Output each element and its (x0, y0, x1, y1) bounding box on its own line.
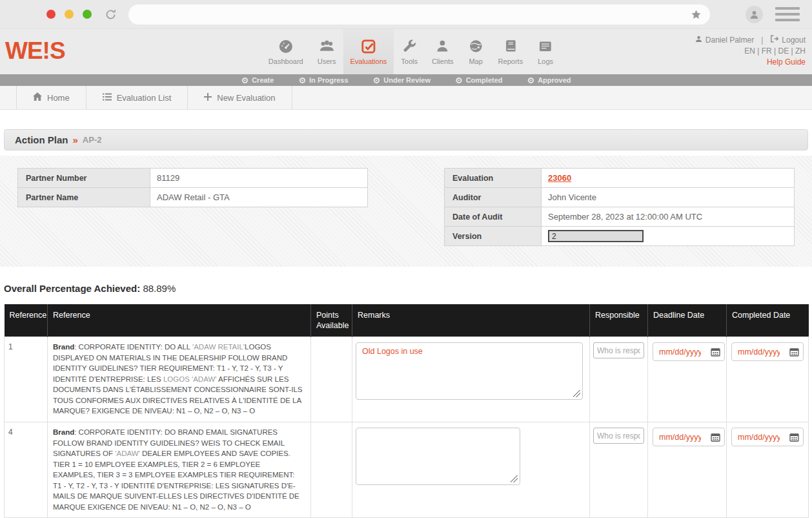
home-icon (33, 92, 42, 103)
gear-icon: ⚙ (373, 76, 381, 85)
tab-new-evaluation[interactable]: New Evaluation (188, 86, 292, 109)
completed-date-input[interactable] (731, 428, 804, 446)
col-header-responsible: Responsible (590, 304, 648, 337)
bookmark-star-icon[interactable] (691, 9, 702, 20)
tab-home[interactable]: Home (16, 86, 86, 109)
nav-item-map[interactable]: Map (461, 29, 491, 74)
user-name[interactable]: Daniel Palmer (705, 35, 754, 46)
calendar-icon[interactable] (711, 347, 720, 357)
evaluation-link[interactable]: 23060 (548, 173, 571, 183)
status-item-create[interactable]: ⚙Create (241, 76, 274, 85)
completed-date-input[interactable] (731, 342, 804, 361)
deadline-date-input[interactable] (653, 428, 725, 446)
version-input[interactable] (548, 230, 644, 242)
logout-link[interactable]: Logout (782, 35, 806, 46)
browser-menu-icon[interactable] (775, 7, 800, 21)
workflow-status-bar: ⚙Create ⚙In Progress ⚙Under Review ⚙Comp… (0, 74, 812, 86)
field-label: Partner Number (18, 169, 150, 188)
weis-logo[interactable]: WE!S (5, 37, 65, 65)
page-title: Action Plan (15, 134, 68, 145)
close-window-icon[interactable] (46, 10, 56, 19)
plus-icon (204, 93, 212, 103)
user-block: Daniel Palmer | Logout EN | FR | DE | ZH… (695, 35, 806, 68)
calendar-icon[interactable] (789, 347, 799, 357)
status-item-completed[interactable]: ⚙Completed (455, 76, 503, 85)
language-switcher[interactable]: EN | FR | DE | ZH (695, 46, 806, 57)
responsible-input[interactable] (593, 428, 644, 444)
status-item-under-review[interactable]: ⚙Under Review (373, 76, 431, 85)
table-header-row: Reference Reference Points Available Rem… (5, 304, 809, 337)
nav-label: Reports (498, 57, 523, 65)
col-header-points-available: Points Available (311, 304, 352, 337)
page: WE!S Dashboard Users Evaluations (0, 0, 812, 518)
responsible-input[interactable] (593, 342, 644, 358)
col-header-remarks: Remarks (352, 304, 590, 337)
field-label: Auditor (445, 188, 542, 207)
gear-icon: ⚙ (455, 76, 463, 85)
evaluation-info-table: Evaluation 23060 Auditor John Vicente Da… (444, 168, 795, 246)
field-label: Date of Audit (445, 207, 542, 227)
table-row: Partner Number 81129 (18, 169, 368, 188)
tab-evaluation-list[interactable]: Evaluation List (86, 86, 188, 109)
users-group-icon (318, 37, 336, 55)
row-reference-text: Brand: CORPORATE IDENTITY: DO ALL 'ADAW … (48, 337, 311, 422)
action-plan-table: Reference Reference Points Available Rem… (4, 304, 809, 518)
calendar-icon[interactable] (789, 433, 799, 442)
nav-item-reports[interactable]: Reports (491, 29, 531, 74)
table-row: Date of Audit September 28, 2023 at 12:0… (445, 207, 795, 227)
breadcrumb-chevron-icon: » (73, 134, 78, 145)
maximize-window-icon[interactable] (83, 10, 92, 19)
nav-item-users[interactable]: Users (310, 29, 343, 74)
nav-label: Evaluations (350, 57, 387, 65)
nav-label: Users (318, 57, 336, 65)
nav-item-clients[interactable]: Clients (425, 29, 461, 74)
help-guide-link[interactable]: Help Guide (767, 57, 806, 67)
row-reference-text: Brand: CORPORATE IDENTITY: DO BRAND EMAI… (48, 422, 311, 518)
nav-label: Dashboard (269, 57, 303, 65)
browser-profile-icon[interactable] (746, 6, 763, 23)
table-row: Partner Name ADAW Retail - GTA (18, 188, 368, 207)
table-row: Evaluation 23060 (445, 169, 795, 188)
tab-strip: Home Evaluation List New Evaluation (0, 86, 812, 110)
book-icon (502, 37, 518, 55)
nav-item-tools[interactable]: Tools (394, 29, 425, 74)
nav-item-evaluations[interactable]: Evaluations (343, 29, 394, 74)
row-points-available (311, 337, 352, 422)
user-icon (695, 35, 702, 46)
col-header-reference: Reference (48, 304, 311, 337)
checkbox-check-icon (360, 37, 377, 55)
address-bar[interactable] (128, 5, 710, 25)
table-row: Version (445, 227, 795, 246)
deadline-date-input[interactable] (653, 342, 725, 361)
action-plan-code: AP-2 (83, 135, 102, 145)
auditor-value: John Vicente (542, 188, 795, 207)
browser-toolbar (0, 0, 812, 29)
nav-item-dashboard[interactable]: Dashboard (261, 29, 310, 74)
action-plan-header: Action Plan » AP-2 (4, 129, 808, 150)
overall-percentage: Overall Percentage Achieved: 88.89% (4, 283, 812, 294)
nav-label: Clients (432, 57, 454, 65)
status-item-in-progress[interactable]: ⚙In Progress (298, 76, 348, 85)
list-box-icon (537, 37, 554, 55)
partner-number-value: 81129 (150, 169, 368, 188)
nav-label: Map (469, 57, 482, 65)
person-icon (434, 37, 451, 55)
remarks-textarea[interactable] (356, 428, 520, 485)
status-item-approved[interactable]: ⚙Approved (527, 76, 571, 85)
row-reference-number: 4 (5, 422, 48, 518)
globe-icon (468, 37, 484, 55)
info-panel: Partner Number 81129 Partner Name ADAW R… (0, 156, 812, 267)
calendar-icon[interactable] (711, 433, 720, 442)
url-input[interactable] (128, 10, 691, 19)
remarks-textarea[interactable] (356, 342, 583, 400)
nav-item-logs[interactable]: Logs (530, 29, 561, 74)
reload-icon[interactable] (105, 8, 117, 21)
col-header-deadline-date: Deadline Date (648, 304, 727, 337)
nav-label: Tools (401, 57, 418, 65)
window-controls (46, 10, 92, 19)
nav-label: Logs (538, 57, 553, 65)
gear-icon: ⚙ (298, 76, 306, 85)
minimize-window-icon[interactable] (65, 10, 74, 19)
main-nav: Dashboard Users Evaluations Tools (261, 29, 561, 74)
field-label: Version (445, 227, 542, 246)
